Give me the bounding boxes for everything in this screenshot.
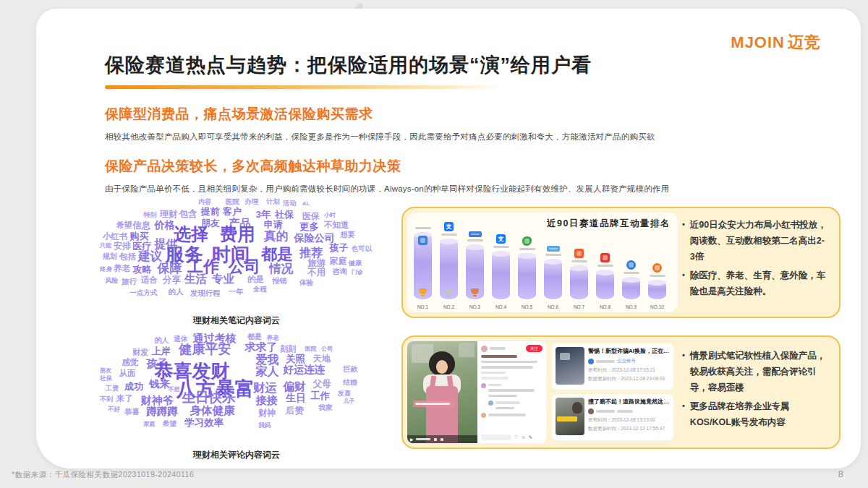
wordcloud-word: 好运连连 <box>283 364 325 375</box>
note-card-account <box>588 408 670 414</box>
note-title-skeleton <box>481 355 517 358</box>
wordcloud-word: 保险公司 <box>294 233 334 243</box>
wordcloud-word: 发喜 <box>338 390 351 397</box>
fullscreen-icon[interactable] <box>441 438 443 441</box>
account-name-skeleton <box>596 410 615 413</box>
note-card: 撞了赔不起！道路设施竟然这么贵！ 发布时间：2023-12-08 13:13:0… <box>552 394 673 440</box>
rank-label: NO.2 <box>436 304 462 309</box>
video-controls[interactable]: ▶ <box>407 435 477 443</box>
wordcloud-word: 体验 <box>299 279 313 286</box>
wordcloud-word: 门诊 <box>352 270 363 275</box>
wordcloud-word: 希望 <box>163 420 176 427</box>
note-text-skeleton <box>481 361 537 364</box>
avatar <box>481 383 486 388</box>
note-text-skeleton <box>481 366 533 369</box>
rank-label: NO.7 <box>566 304 592 309</box>
wordcloud-word: 专业 <box>212 273 234 285</box>
slide: MJOIN迈竞 MJOIN迈竞 MJOIN迈竞 MJOIN迈竞 保险赛道热点与趋… <box>0 0 868 488</box>
wordcloud-word: 的人 <box>169 288 184 296</box>
wordcloud-word: AL <box>302 201 310 207</box>
wordcloud-word: 的人 <box>155 337 169 344</box>
section-1-heading: 保障型消费品，痛点场景激活保险购买需求 <box>105 105 373 124</box>
comment-text-skeleton <box>488 389 535 392</box>
slide-card: MJOIN迈竞 保险赛道热点与趋势：把保险适用的场景“演”给用户看 保障型消费品… <box>36 9 861 468</box>
video-progress-bar[interactable] <box>416 438 430 440</box>
wordcloud-word: 后赞 <box>286 406 304 416</box>
wordcloud-word: 都是 <box>247 333 262 341</box>
wordcloud-word: 攻略 <box>132 265 151 274</box>
data-source-footnote: *数据来源：千瓜保险相关数据20231019-20240116 <box>12 470 194 480</box>
comment-input[interactable] <box>481 435 511 440</box>
wordcloud-word: 选择 <box>174 226 208 243</box>
wordcloud-word: 财运 <box>253 382 277 394</box>
wordcloud-word: 信息 <box>132 221 150 231</box>
case-note-item: • 更多品牌在培养企业专属KOS/KOL账号发布内容 <box>682 399 828 431</box>
mute-icon[interactable] <box>434 438 437 441</box>
wordcloud-word: 蹲蹲蹲 <box>146 406 178 417</box>
follow-button[interactable]: 关注 <box>526 345 542 352</box>
wordcloud-word: 情况 <box>269 262 293 275</box>
play-icon[interactable]: ▶ <box>410 437 414 442</box>
comment-text-skeleton <box>488 395 517 398</box>
wordcloud-word: 活动 <box>283 200 296 207</box>
bullet-icon: • <box>682 218 685 265</box>
wordcloud-word: 购买 <box>130 231 149 241</box>
wordcloud-word: 健康 <box>349 260 362 267</box>
bar-rank-6 <box>544 260 562 299</box>
rank-label: NO.5 <box>514 304 540 309</box>
wordcloud-word: 申请 <box>264 220 283 229</box>
wordcloud-word: 计划 <box>267 199 280 205</box>
wordcloud-word: 安排 <box>114 241 131 250</box>
note-card-account: 企业账号 <box>588 358 670 364</box>
wordcloud-word: 家庭 <box>330 257 347 265</box>
wordcloud-word: 偏财 <box>283 381 305 393</box>
brand-label-skeleton <box>545 254 561 256</box>
like-icon[interactable]: ♡ <box>514 435 519 440</box>
comment-action-bar: ♡ ☆ ✎ <box>481 435 542 440</box>
wordcloud-word: 也可以 <box>352 245 373 252</box>
wordcloud-2-area: 的人退休通过考核都是养老财发上岸健康平安求求了刻刻医院公司感觉孩子爱我关照天地朋… <box>100 331 373 447</box>
rank-label: NO.8 <box>592 304 618 309</box>
comment-icon[interactable]: ✎ <box>529 435 532 440</box>
section-2-body: 由于保险产品单价不低，且相关细则复杂，用户购前需做较长时间的功课，Always-… <box>105 184 778 194</box>
case-note-item: • 情景剧式笔记软性植入保险产品，较易收获高关注，需配合评论引导，容易歪楼 <box>682 348 828 396</box>
wordcloud-word: 财发 <box>132 348 148 356</box>
wordcloud-word: 巨款 <box>343 366 357 373</box>
page-title: 保险赛道热点与趋势：把保险适用的场景“演”给用户看 <box>105 52 592 78</box>
account-tag-skeleton <box>617 410 633 413</box>
case-study-panel: ▶ 关注 <box>401 335 841 449</box>
chart-note-text: 近90日众安大力布局小红书投放，阅读数、互动数相较第二名高出2-3倍 <box>690 218 828 265</box>
avatar <box>481 413 486 418</box>
bar-rank-5 <box>518 254 536 299</box>
comment-item <box>481 383 542 398</box>
update-time: 数据更新时间：2023-12-08 23:08:03 <box>588 376 670 382</box>
wordcloud-word: 适合 <box>141 276 158 285</box>
wordcloud-word: 关照 <box>286 354 305 364</box>
wordcloud-word: 钱来 <box>149 379 170 390</box>
brand-label-skeleton <box>650 275 665 277</box>
wordcloud-1-caption: 理财相关笔记内容词云 <box>100 314 373 327</box>
brand-icon-5 <box>522 236 532 246</box>
wordcloud-word: 价格 <box>155 220 175 230</box>
wordcloud-word: 办理 <box>244 198 258 205</box>
collect-icon[interactable]: ☆ <box>522 435 526 440</box>
note-meta-skeleton <box>481 372 506 374</box>
wordcloud-word: 不好 <box>108 406 120 413</box>
wordcloud-2-caption: 理财相关评论内容词云 <box>100 449 373 461</box>
bar-rank-8 <box>596 270 614 299</box>
note-card: 警惕！新型诈骗AI换脸，正在对你的家人… 企业账号 发布时间：2023-12-0… <box>552 343 673 390</box>
wordcloud-word: 学习效率 <box>184 418 224 428</box>
case-note-text: 情景剧式笔记软性植入保险产品，较易收获高关注，需配合评论引导，容易歪楼 <box>690 348 828 396</box>
wordcloud-1: 内容医院办理计划活动AL特别理财包含提前客户3年社保医保小时希望信息价格朋友产品… <box>100 197 373 327</box>
wordcloud-word: 身体健康 <box>190 405 235 416</box>
wordcloud-word: 刻刻 <box>280 345 296 353</box>
bar-rank-7 <box>570 266 588 299</box>
wordcloud-word: 父母 <box>313 380 331 389</box>
wordcloud-word: 想要 <box>341 231 355 239</box>
wordcloud-word: 发现行程 <box>190 289 221 297</box>
wordcloud-word: 社保 <box>100 375 112 382</box>
wordcloud-word: 推荐 <box>299 247 323 259</box>
avatar <box>481 346 488 352</box>
case-notes: • 情景剧式笔记软性植入保险产品，较易收获高关注，需配合评论引导，容易歪楼 • … <box>682 348 828 433</box>
wordcloud-word: 社保 <box>275 210 294 219</box>
